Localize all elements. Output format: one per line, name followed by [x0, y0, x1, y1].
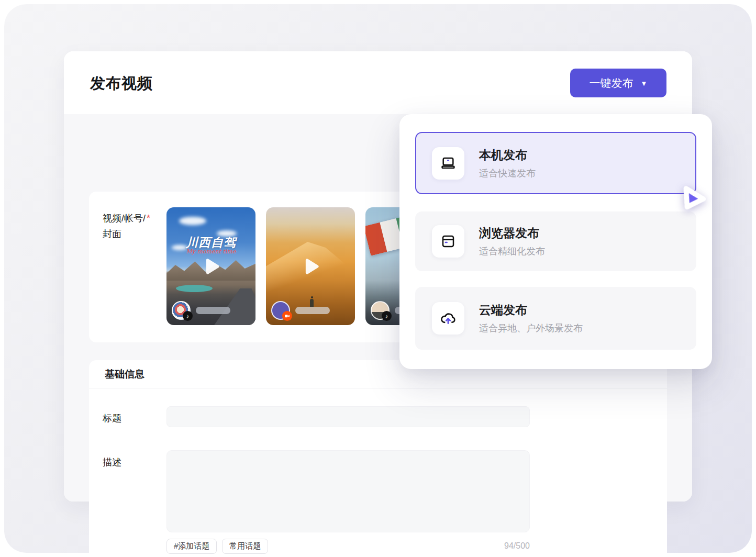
account-avatar[interactable]: ♪	[371, 301, 390, 320]
title-field-label: 标题	[103, 412, 121, 425]
account-name-placeholder	[295, 307, 330, 314]
cursor-pointer-icon	[675, 181, 711, 216]
tiktok-icon: ♪	[382, 311, 392, 321]
option-title: 云端发布	[479, 302, 583, 318]
video-thumbnail-desert[interactable]	[266, 207, 355, 325]
tiktok-icon: ♪	[183, 311, 193, 321]
panel-header: 发布视频 一键发布 ▼	[64, 51, 692, 114]
publish-button-label: 一键发布	[590, 76, 633, 91]
thumbnail-footer	[271, 301, 330, 320]
description-textarea[interactable]	[166, 450, 530, 532]
title-input[interactable]	[166, 406, 530, 427]
required-asterisk: *	[147, 213, 150, 224]
cloud-shape	[179, 217, 206, 225]
lake-shape	[176, 285, 213, 292]
play-icon[interactable]	[199, 255, 223, 278]
option-texts: 本机发布 适合快速发布	[479, 147, 536, 180]
thumbnail-footer: ♪	[172, 301, 230, 320]
publish-method-dropdown: 本机发布 适合快速发布 浏览器发布 适合精细化发布	[399, 114, 712, 369]
account-avatar[interactable]	[271, 301, 290, 320]
menu-option-local-publish[interactable]: 本机发布 适合快速发布	[415, 132, 696, 194]
option-subtitle: 适合快速发布	[479, 167, 536, 180]
thumbnail-overlay-script: My moment time	[166, 248, 255, 255]
chevron-down-icon: ▼	[641, 80, 648, 87]
label-text-line2: 封面	[103, 226, 150, 242]
section-title: 基础信息	[105, 367, 144, 381]
play-icon[interactable]	[299, 255, 322, 278]
basic-info-section: 基础信息 标题 描述 #添加话题 常用话题 94/500	[89, 360, 667, 557]
option-subtitle: 适合异地、户外场景发布	[479, 322, 583, 335]
menu-option-browser-publish[interactable]: 浏览器发布 适合精细化发布	[415, 211, 696, 271]
one-click-publish-button[interactable]: 一键发布 ▼	[570, 69, 666, 97]
screenshot-stage: 发布视频 一键发布 ▼ 视频/帐号/* 封面	[0, 0, 756, 557]
option-subtitle: 适合精细化发布	[479, 245, 545, 258]
page-title: 发布视频	[90, 73, 153, 94]
menu-option-cloud-publish[interactable]: 云端发布 适合异地、户外场景发布	[415, 287, 696, 350]
account-avatar[interactable]: ♪	[172, 301, 191, 320]
video-account-cover-label: 视频/帐号/* 封面	[103, 210, 150, 242]
account-name-placeholder	[196, 307, 230, 314]
option-texts: 浏览器发布 适合精细化发布	[479, 225, 545, 258]
option-title: 本机发布	[479, 147, 536, 163]
description-field-label: 描述	[103, 456, 121, 469]
laptop-icon	[432, 147, 464, 180]
option-texts: 云端发布 适合异地、户外场景发布	[479, 302, 583, 335]
character-counter: 94/500	[166, 541, 530, 551]
label-text: 视频/帐号/	[103, 213, 146, 224]
video-thumbnail-roadtrip[interactable]: 川西自驾 My moment time ♪	[166, 207, 255, 325]
cloud-upload-icon	[432, 302, 464, 335]
browser-icon	[432, 225, 464, 258]
kuaishou-icon	[282, 311, 292, 321]
option-title: 浏览器发布	[479, 225, 545, 241]
